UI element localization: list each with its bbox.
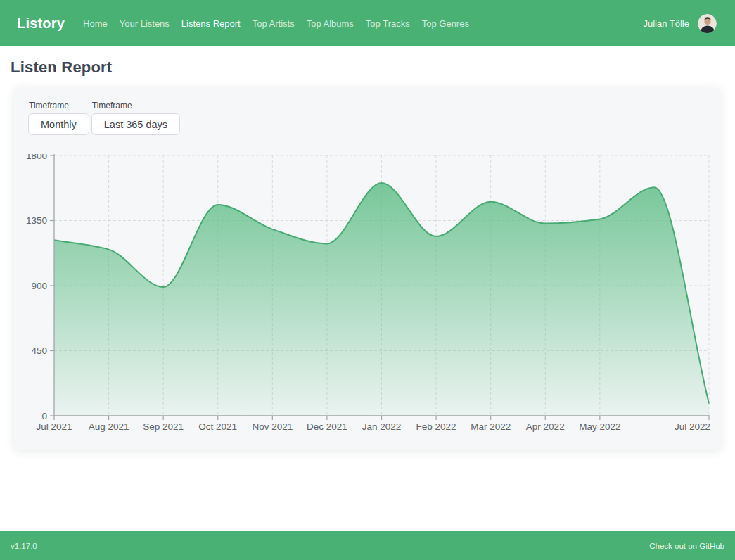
app-version: v1.17.0 (11, 542, 37, 550)
top-navbar: Listory Home Your Listens Listens Report… (0, 0, 735, 46)
app-brand[interactable]: Listory (17, 15, 65, 32)
timeframe-controls: Timeframe Monthly Timeframe Last 365 day… (28, 101, 721, 135)
svg-text:450: 450 (31, 345, 47, 356)
nav-item-top-albums[interactable]: Top Albums (307, 18, 354, 29)
svg-text:Mar 2022: Mar 2022 (471, 421, 511, 432)
nav-menu: Home Your Listens Listens Report Top Art… (83, 18, 469, 29)
nav-item-your-listens[interactable]: Your Listens (120, 18, 170, 29)
report-card: Timeframe Monthly Timeframe Last 365 day… (14, 87, 721, 450)
svg-text:Sep 2021: Sep 2021 (143, 421, 184, 432)
svg-text:900: 900 (31, 281, 47, 291)
svg-text:Jan 2022: Jan 2022 (362, 421, 402, 432)
svg-text:Jul 2022: Jul 2022 (675, 421, 710, 432)
timeframe-type-label: Timeframe (29, 101, 89, 110)
svg-text:Aug 2021: Aug 2021 (89, 421, 129, 432)
user-name: Julian Tölle (643, 18, 689, 29)
timeframe-type-control: Timeframe Monthly (28, 101, 89, 135)
svg-text:Nov 2021: Nov 2021 (252, 421, 293, 432)
timeframe-range-label: Timeframe (92, 101, 180, 110)
github-link[interactable]: Check out on GitHub (649, 542, 724, 550)
svg-text:Oct 2021: Oct 2021 (198, 421, 237, 432)
main-content: Listen Report Timeframe Monthly Timefram… (0, 46, 735, 531)
footer-bar: v1.17.0 Check out on GitHub (0, 531, 735, 560)
avatar-photo (698, 14, 717, 33)
timeframe-range-control: Timeframe Last 365 days (91, 101, 180, 135)
svg-text:Jul 2021: Jul 2021 (36, 421, 72, 432)
svg-text:Feb 2022: Feb 2022 (416, 421, 456, 432)
nav-item-top-genres[interactable]: Top Genres (422, 18, 469, 29)
timeframe-type-select[interactable]: Monthly (28, 113, 89, 135)
svg-text:Dec 2021: Dec 2021 (307, 421, 347, 432)
user-avatar[interactable] (698, 14, 717, 33)
chart-canvas[interactable]: 045090013501800Jul 2021Aug 2021Sep 2021O… (21, 154, 714, 435)
svg-text:0: 0 (41, 411, 47, 421)
page-title: Listen Report (11, 58, 735, 77)
svg-text:May 2022: May 2022 (579, 421, 620, 432)
nav-user-area: Julian Tölle (643, 14, 717, 33)
listens-area-chart[interactable]: 045090013501800Jul 2021Aug 2021Sep 2021O… (21, 154, 714, 435)
svg-text:1800: 1800 (26, 154, 47, 161)
svg-text:1350: 1350 (26, 215, 47, 226)
nav-item-listens-report[interactable]: Listens Report (181, 18, 241, 29)
nav-item-top-tracks[interactable]: Top Tracks (366, 18, 410, 29)
nav-item-home[interactable]: Home (83, 18, 108, 29)
timeframe-range-select[interactable]: Last 365 days (91, 113, 180, 135)
nav-item-top-artists[interactable]: Top Artists (253, 18, 295, 29)
svg-text:Apr 2022: Apr 2022 (526, 421, 565, 432)
